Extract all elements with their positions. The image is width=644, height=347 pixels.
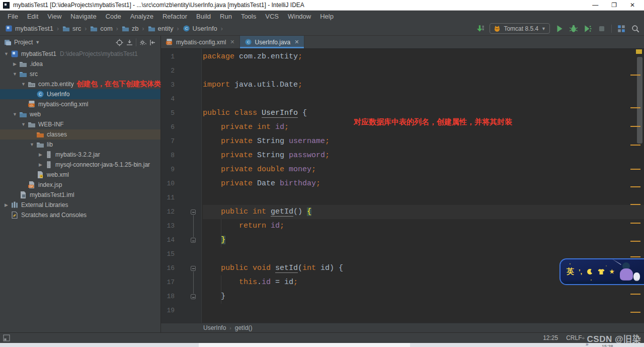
code-line-7[interactable]: private String username; — [203, 134, 644, 149]
tree-row-web-inf[interactable]: ▼WEB-INF — [0, 119, 160, 129]
editor-breadcrumb-getId[interactable]: getId() — [235, 324, 253, 331]
ime-moon-icon[interactable] — [587, 268, 593, 275]
collapse-all-icon[interactable] — [126, 39, 133, 46]
project-panel-title[interactable]: Project — [14, 39, 33, 46]
nav-crumb-com[interactable]: com — [89, 25, 114, 32]
tree-row-external-libraries[interactable]: ▶External Libraries — [0, 200, 160, 210]
tree-row-src[interactable]: ▼src — [0, 69, 160, 79]
tree-arrow-icon[interactable]: ▶ — [36, 152, 45, 157]
fold-marker-icon[interactable] — [191, 238, 196, 243]
tree-row-userinfo[interactable]: CUserInfo — [0, 89, 160, 99]
tree-row-web.xml[interactable]: web.xml — [0, 170, 160, 180]
warning-stripe-mark[interactable] — [630, 256, 640, 257]
ime-star-icon[interactable]: ★ — [609, 268, 614, 275]
fold-marker-icon[interactable] — [191, 210, 196, 215]
run-button[interactable] — [555, 24, 564, 33]
tree-row-.idea[interactable]: ▶.idea — [0, 59, 160, 69]
editor-tab-mybatis-config.xml[interactable]: </>mybatis-config.xml✕ — [161, 36, 240, 48]
fold-marker-icon[interactable] — [191, 266, 196, 271]
settings-gear-icon[interactable] — [139, 39, 146, 46]
menu-item-navigate[interactable]: Navigate — [66, 13, 101, 20]
menu-item-edit[interactable]: Edit — [23, 13, 43, 20]
stop-button[interactable] — [597, 24, 606, 33]
locate-file-icon[interactable] — [116, 39, 123, 46]
warning-stripe-mark[interactable] — [630, 75, 640, 76]
close-tab-icon[interactable]: ✕ — [294, 39, 299, 45]
tree-row-scratches-and-consoles[interactable]: Scratches and Consoles — [0, 210, 160, 220]
menu-item-tools[interactable]: Tools — [236, 13, 261, 20]
ime-mode-indicator[interactable]: 英 — [567, 267, 574, 276]
warning-stripe-mark[interactable] — [630, 223, 640, 224]
code-line-12[interactable]: public int getId() { — [203, 205, 644, 219]
tree-row-lib[interactable]: ▼lib — [0, 140, 160, 150]
nav-crumb-entity[interactable]: entity — [147, 25, 175, 32]
debug-button[interactable] — [569, 24, 578, 33]
menu-item-refactor[interactable]: Refactor — [158, 13, 192, 20]
fold-marker-icon[interactable] — [191, 294, 196, 299]
tree-arrow-icon[interactable]: ▼ — [19, 82, 28, 87]
menu-item-view[interactable]: View — [43, 13, 66, 20]
ime-toolbar[interactable]: 英 ’, ★ — [559, 258, 644, 285]
nav-crumb-src[interactable]: src — [61, 25, 82, 32]
tree-row-mybatistest1[interactable]: ▼mybatisTest1D:\ideaProjects\mybatisTest… — [0, 49, 160, 59]
menu-item-code[interactable]: Code — [101, 13, 126, 20]
editor-scrollbar[interactable] — [637, 57, 642, 144]
tree-row-classes[interactable]: classes — [0, 129, 160, 140]
tree-row-mybatis-3.2.2.jar[interactable]: ▶mybatis-3.2.2.jar — [0, 150, 160, 160]
code-line-14[interactable]: } — [203, 233, 644, 247]
menu-item-file[interactable]: File — [3, 13, 23, 20]
ime-punctuation-icon[interactable]: ’, — [579, 268, 582, 275]
menu-item-run[interactable]: Run — [215, 13, 236, 20]
update-icon[interactable] — [475, 24, 485, 33]
code-line-10[interactable]: private Date birthday; — [203, 177, 644, 191]
line-separator-widget[interactable]: CRLF÷ — [566, 334, 585, 341]
tree-row-mybatistest1.iml[interactable]: mybatisTest1.iml — [0, 190, 160, 200]
warning-stripe-mark[interactable] — [630, 241, 640, 242]
hide-panel-icon[interactable] — [149, 39, 156, 46]
tree-row-web[interactable]: ▼web — [0, 109, 160, 119]
code-line-18[interactable]: } — [203, 290, 644, 304]
minimize-button[interactable]: — — [592, 1, 598, 10]
inspection-status-icon[interactable] — [636, 49, 642, 54]
tree-row-index.jsp[interactable]: JSPindex.jsp — [0, 180, 160, 190]
tree-arrow-icon[interactable]: ▶ — [2, 202, 11, 207]
code-line-4[interactable] — [203, 92, 644, 106]
tree-arrow-icon[interactable]: ▼ — [11, 112, 19, 117]
code-line-13[interactable]: return id; — [203, 219, 644, 233]
warning-stripe-mark[interactable] — [630, 126, 640, 127]
services-grid-icon[interactable] — [617, 24, 626, 33]
run-configuration-select[interactable]: Tomcat 8.5.4 ▼ — [490, 23, 550, 34]
tree-arrow-icon[interactable]: ▼ — [2, 51, 11, 56]
restore-button[interactable]: ❐ — [611, 1, 617, 10]
tree-arrow-icon[interactable]: ▼ — [11, 72, 19, 77]
warning-stripe-mark[interactable] — [630, 312, 640, 313]
code-line-3[interactable]: import java.util.Date; — [203, 78, 644, 92]
editor-tab-UserInfo.java[interactable]: CUserInfo.java✕ — [240, 36, 304, 48]
code-line-9[interactable]: private double money; — [203, 163, 644, 177]
code-line-8[interactable]: private String password; — [203, 149, 644, 163]
code-line-19[interactable] — [203, 304, 644, 318]
nav-crumb-userinfo[interactable]: CUserInfo — [182, 25, 218, 32]
code-line-1[interactable]: package com.zb.entity; — [203, 50, 644, 64]
menu-item-window[interactable]: Window — [283, 13, 315, 20]
nav-crumb-mybatistest1[interactable]: mybatisTest1 — [4, 25, 54, 32]
code-line-11[interactable] — [203, 191, 644, 205]
code-line-2[interactable] — [203, 64, 644, 78]
editor-breadcrumb-UserInfo[interactable]: UserInfo — [203, 324, 226, 331]
close-tab-icon[interactable]: ✕ — [230, 39, 234, 45]
run-with-coverage-button[interactable] — [583, 24, 592, 33]
menu-item-analyze[interactable]: Analyze — [126, 13, 158, 20]
nav-crumb-zb[interactable]: zb — [121, 25, 140, 32]
menu-item-help[interactable]: Help — [315, 13, 338, 20]
chevron-down-icon[interactable]: ▼ — [35, 40, 40, 45]
menu-item-vcs[interactable]: VCS — [261, 13, 283, 20]
toolwindow-switcher-icon[interactable] — [3, 334, 10, 341]
close-button[interactable]: ✕ — [630, 1, 635, 10]
search-everywhere-icon[interactable] — [631, 24, 640, 33]
tree-row-mysql-connector-java-5.1.25-bin.jar[interactable]: ▶mysql-connector-java-5.1.25-bin.jar — [0, 160, 160, 170]
warning-stripe-mark[interactable] — [630, 107, 640, 108]
warning-stripe-mark[interactable] — [630, 169, 640, 170]
tree-arrow-icon[interactable]: ▶ — [36, 162, 45, 167]
warning-stripe-mark[interactable] — [630, 145, 640, 146]
tree-row-mybatis-config.xml[interactable]: </>mybatis-config.xml — [0, 99, 160, 109]
